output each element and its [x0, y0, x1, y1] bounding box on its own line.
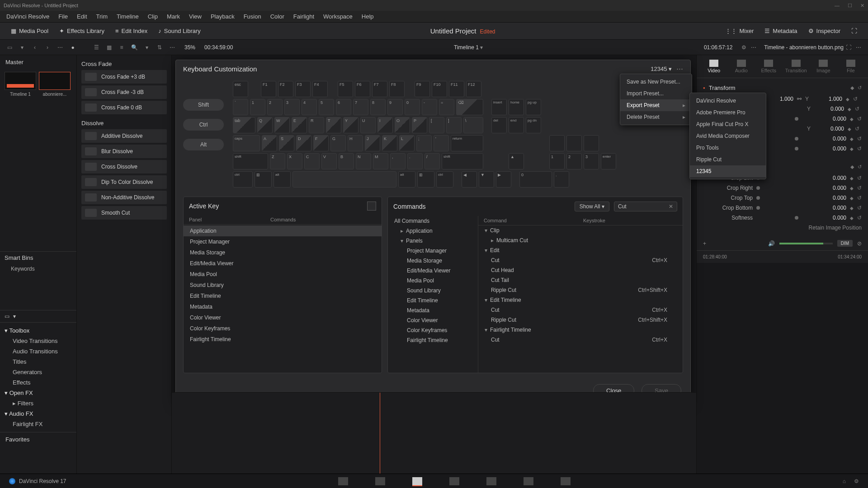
value-field[interactable]: 0.000 [819, 205, 846, 211]
clip-thumbnail[interactable]: abonniere... [39, 72, 71, 97]
menu-item[interactable]: Workspace [319, 13, 357, 20]
keyframe-icon[interactable]: ◆ [850, 176, 854, 181]
menu-item-save-preset[interactable]: Save as New Preset... [620, 76, 692, 88]
keyboard-key[interactable]: P [412, 117, 427, 133]
gear-icon[interactable]: ⚙ [739, 42, 749, 52]
reset-icon[interactable]: ↺ [857, 215, 862, 221]
value-field[interactable]: 0.000 [819, 195, 846, 201]
keyboard-key[interactable]: J [365, 135, 380, 151]
panel-row[interactable]: Project Manager [184, 236, 382, 247]
keyboard-key[interactable]: del [491, 117, 507, 133]
transition-item[interactable]: Additive Dissolve [81, 129, 167, 143]
keyboard-key[interactable]: H [348, 135, 363, 151]
keyboard-key[interactable]: F2 [278, 81, 293, 97]
menu-item-delete-preset[interactable]: Delete Preset▸ [620, 111, 692, 123]
keyboard-key[interactable]: M [373, 153, 388, 169]
tree-item[interactable]: Media Pool [388, 276, 478, 286]
fx-category[interactable]: Video Transitions [5, 336, 72, 346]
keyframe-icon[interactable]: ◆ [850, 196, 854, 201]
panel-row[interactable]: Sound Library [184, 280, 382, 291]
keyboard-key[interactable]: ctrl [233, 171, 253, 188]
transition-item[interactable]: Cross Fade -3 dB [81, 85, 167, 99]
tree-item[interactable]: Color Keyframes [388, 325, 478, 335]
keyframe-icon[interactable]: ◆ [850, 117, 854, 122]
keyframe-icon[interactable]: ◆ [850, 186, 854, 191]
keyboard-key[interactable]: ◀ [462, 171, 477, 188]
keyboard-key[interactable]: esc [233, 81, 248, 97]
speaker-icon[interactable]: 🔊 [768, 240, 775, 247]
reset-icon[interactable]: ↺ [858, 164, 862, 170]
menu-item[interactable]: Mark [162, 13, 184, 20]
reset-icon[interactable]: ↺ [857, 145, 862, 152]
cmd-item[interactable]: Cut Head [478, 265, 683, 275]
fx-category[interactable]: Titles [5, 357, 72, 367]
submenu-item[interactable]: Avid Media Composer [690, 130, 766, 142]
reset-icon[interactable]: ↺ [857, 205, 862, 211]
keyboard-key[interactable]: 2 [267, 99, 283, 115]
keyboard-key[interactable]: R [309, 117, 324, 133]
transition-item[interactable]: Dip To Color Dissolve [81, 175, 167, 189]
mute-icon[interactable]: ⊘ [857, 240, 862, 247]
keyboard-key[interactable]: F3 [295, 81, 311, 97]
list-view-icon[interactable]: ☰ [91, 42, 101, 52]
modifier-alt[interactable]: Alt [183, 139, 224, 150]
effects-library-toggle[interactable]: ✦Effects Library [54, 28, 110, 34]
minimize-icon[interactable]: — [835, 3, 840, 9]
keyboard-key[interactable]: alt [398, 171, 415, 188]
keyboard-key[interactable]: U [360, 117, 376, 133]
page-deliver[interactable] [561, 477, 571, 485]
value-field[interactable]: 0.000 [819, 215, 846, 221]
keyboard-key[interactable]: F10 [432, 81, 447, 97]
keyboard-key[interactable]: end [509, 117, 524, 133]
keyboard-key[interactable]: I [377, 117, 393, 133]
keyboard-key[interactable]: home [509, 99, 524, 115]
slider-handle[interactable] [795, 117, 798, 121]
submenu-item[interactable]: DaVinci Resolve [690, 95, 766, 107]
strip-view-icon[interactable]: ≡ [117, 42, 127, 52]
slider-handle[interactable] [756, 186, 760, 190]
tree-item[interactable]: Project Manager [388, 246, 478, 256]
keyboard-key[interactable]: caps [233, 135, 260, 151]
keyframe-icon[interactable]: ◆ [850, 136, 854, 141]
submenu-item[interactable]: Pro Tools [690, 142, 766, 154]
thumb-view-icon[interactable]: ▦ [104, 42, 114, 52]
transition-item[interactable]: Cross Fade +3 dB [81, 70, 167, 84]
reset-icon[interactable]: ↺ [857, 116, 862, 122]
keyboard-key[interactable]: ⌫ [456, 99, 483, 115]
metadata-toggle[interactable]: ☰Metadata [759, 28, 802, 34]
smart-bins-header[interactable]: Smart Bins [0, 251, 76, 264]
expand-icon[interactable]: ⛶ [844, 42, 854, 52]
keyboard-key[interactable]: ▶ [496, 171, 511, 188]
keyboard-key[interactable]: ⊞ [255, 171, 272, 188]
panel-row[interactable]: Edit Timeline [184, 291, 382, 301]
keyboard-key[interactable]: ` [233, 99, 248, 115]
chevron-down-icon[interactable]: ▾ [13, 313, 16, 319]
keyboard-key[interactable]: T [326, 117, 341, 133]
cmd-group[interactable]: ▾Edit Timeline [478, 295, 683, 305]
inspector-tab-effects[interactable]: Effects [756, 57, 782, 78]
keyboard-key[interactable]: E [292, 117, 307, 133]
search-icon[interactable]: 🔍 [129, 42, 139, 52]
zoom-value[interactable]: 35% [184, 44, 195, 51]
transition-item[interactable]: Cross Dissolve [81, 160, 167, 174]
slider-handle[interactable] [795, 137, 798, 141]
slider-handle[interactable] [795, 216, 798, 220]
tree-item[interactable]: Media Storage [388, 256, 478, 266]
keyboard-key[interactable]: F [313, 135, 329, 151]
panel-row[interactable]: Media Pool [184, 269, 382, 280]
keyboard-key[interactable]: C [304, 153, 320, 169]
keyboard-key[interactable]: O [395, 117, 410, 133]
keyboard-key[interactable] [292, 171, 396, 188]
keyboard-key[interactable] [566, 135, 582, 151]
keyboard-key[interactable]: F1 [261, 81, 276, 97]
keyboard-key[interactable]: W [274, 117, 290, 133]
inspector-tab-video[interactable]: Video [701, 57, 727, 78]
value-field[interactable]: 0.000 [819, 175, 846, 181]
panel-row[interactable]: Color Keyframes [184, 323, 382, 334]
page-fusion[interactable] [449, 477, 459, 485]
fx-category[interactable]: Fairlight FX [5, 419, 72, 429]
keyboard-key[interactable]: 4 [302, 99, 317, 115]
link-icon[interactable]: ⚯ [797, 96, 802, 102]
cmd-item[interactable]: CutCtrl+X [478, 305, 683, 315]
reset-icon[interactable]: ↺ [857, 136, 862, 142]
